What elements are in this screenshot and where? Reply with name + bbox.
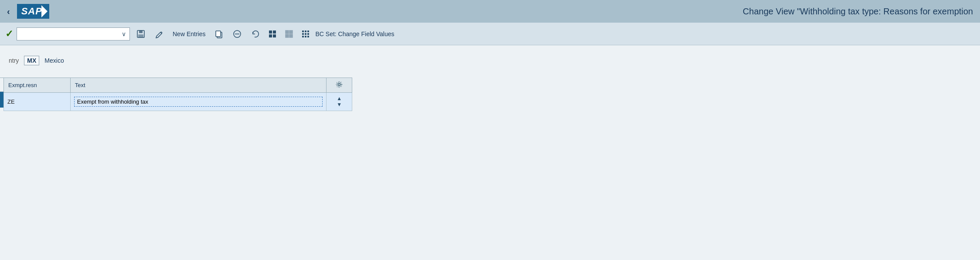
text-input[interactable] <box>74 97 323 107</box>
scroll-down-icon[interactable]: ▼ <box>337 101 342 108</box>
table-wrapper: Exmpt.resn Text <box>0 78 980 111</box>
undo-icon <box>251 29 260 39</box>
grid-2x2-icon <box>269 30 276 37</box>
svg-rect-4 <box>216 31 221 37</box>
col-header-gear <box>327 78 352 93</box>
back-button[interactable]: ‹ <box>7 7 10 16</box>
svg-rect-8 <box>289 30 293 34</box>
svg-rect-2 <box>138 34 143 37</box>
country-code: MX <box>24 56 39 65</box>
new-entries-button[interactable]: New Entries <box>170 29 208 39</box>
sap-logo-triangle <box>41 5 48 17</box>
copy-button[interactable] <box>211 27 226 41</box>
cell-exmpt: ZE <box>4 93 71 111</box>
main-table: Exmpt.resn Text <box>3 78 352 111</box>
chevron-down-icon: ∨ <box>122 30 126 37</box>
cell-scroll: ▲ ▼ <box>327 93 352 111</box>
header-title: Change View "Withholding tax type: Reaso… <box>56 7 973 17</box>
cell-text[interactable] <box>70 93 327 111</box>
toolbar: ✓ ∨ New Entries <box>0 23 980 45</box>
edit-button[interactable] <box>152 27 167 41</box>
edit-icon <box>154 29 164 39</box>
col-header-text: Text <box>70 78 327 93</box>
dropdown-select[interactable]: ∨ <box>17 27 130 41</box>
save-button[interactable] <box>133 27 148 41</box>
gear-icon[interactable] <box>335 81 343 88</box>
table-row: ZE ▲ ▼ <box>4 93 352 111</box>
country-row: ntry MX Mexico <box>0 52 980 69</box>
sap-logo: SAP <box>17 4 49 19</box>
country-label: ntry <box>9 57 19 64</box>
country-name: Mexico <box>44 57 64 64</box>
scroll-control: ▲ ▼ <box>330 95 348 109</box>
grid-dots-button[interactable] <box>299 29 312 39</box>
grid-view-button[interactable] <box>266 29 279 39</box>
content-area: ntry MX Mexico Exmpt.resn Text <box>0 45 980 260</box>
svg-rect-9 <box>286 34 289 37</box>
header-bar: ‹ SAP Change View "Withholding tax type:… <box>0 0 980 23</box>
bc-set-label: BC Set: Change Field Values <box>315 30 394 37</box>
check-button[interactable]: ✓ <box>5 28 13 40</box>
svg-point-13 <box>337 82 342 87</box>
save-icon <box>136 29 146 39</box>
col-header-exmpt: Exmpt.resn <box>4 78 71 93</box>
copy-icon <box>214 29 224 39</box>
scroll-up-icon[interactable]: ▲ <box>337 95 342 101</box>
grid-dots-icon <box>302 30 309 37</box>
svg-rect-10 <box>289 34 293 37</box>
grid-bordered-icon <box>285 30 293 38</box>
delete-button[interactable] <box>230 27 245 41</box>
sap-logo-text: SAP <box>21 6 42 17</box>
svg-rect-1 <box>139 30 143 33</box>
svg-point-12 <box>338 84 340 85</box>
grid-bordered-button[interactable] <box>282 28 296 40</box>
undo-button[interactable] <box>248 27 263 41</box>
minus-icon <box>232 29 242 39</box>
svg-rect-7 <box>286 30 289 34</box>
